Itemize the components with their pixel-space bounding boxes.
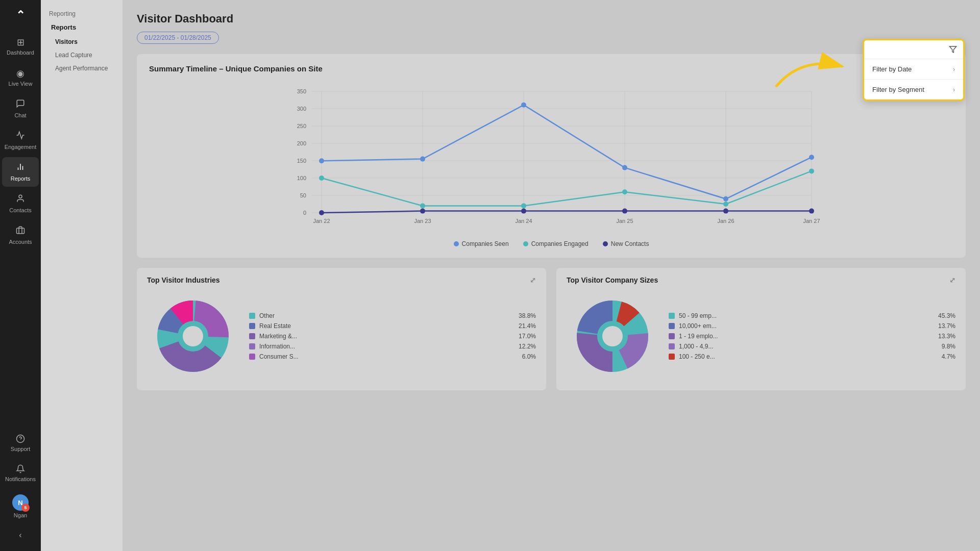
svg-text:Jan 23: Jan 23 <box>414 218 431 224</box>
filter-dropdown-wrapper: Filter by Date › Filter by Segment › <box>863 39 965 101</box>
data-point <box>420 203 425 208</box>
industries-legend: Other 38.8% Real Estate 21.4% Marketing … <box>249 312 536 360</box>
collapse-icon: ‹ <box>19 531 21 540</box>
companies-seen-line <box>322 105 812 199</box>
expand-icon[interactable]: ⤢ <box>949 276 955 284</box>
legend-companies-engaged: Companies Engaged <box>523 240 589 247</box>
page-title: Visitor Dashboard <box>137 12 966 26</box>
company-sizes-pie-chart <box>567 290 658 382</box>
color-box <box>669 333 675 339</box>
company-sizes-card: Top Visitor Company Sizes ⤢ 50 - 99 emp.… <box>556 268 966 390</box>
notifications-label: Notifications <box>5 476 36 482</box>
chevron-right-icon: › <box>953 66 955 73</box>
line-chart-svg: 350 300 250 200 150 100 50 0 Jan 22 Jan … <box>149 81 953 224</box>
sidebar-item-label: Live View <box>9 81 33 87</box>
svg-text:200: 200 <box>297 140 306 146</box>
svg-text:350: 350 <box>297 88 306 94</box>
data-point <box>521 103 526 108</box>
legend-item: Information... 12.2% <box>249 343 536 350</box>
chart-title: Summary Timeline – Unique Companies on S… <box>149 64 953 73</box>
expand-icon[interactable]: ⤢ <box>530 276 536 284</box>
legend-dot <box>523 241 528 246</box>
filter-dropdown: Filter by Date › Filter by Segment › <box>863 39 965 101</box>
sidebar-item-dashboard[interactable]: ⊞ Dashboard <box>2 32 39 61</box>
legend-item: 1,000 - 4,9... 9.8% <box>669 343 955 350</box>
svg-text:Jan 27: Jan 27 <box>803 218 820 224</box>
secondary-sub-item-lead-capture[interactable]: Lead Capture <box>41 48 122 62</box>
data-point <box>723 196 728 202</box>
filter-icon <box>949 45 957 56</box>
secondary-sub-item-agent-performance[interactable]: Agent Performance <box>41 62 122 75</box>
svg-text:250: 250 <box>297 123 306 129</box>
secondary-sub-item-visitors[interactable]: Visitors <box>41 35 122 48</box>
section-label: Reporting <box>41 6 122 19</box>
collapse-nav-button[interactable]: ‹ <box>2 525 39 545</box>
live-view-icon: ◉ <box>16 68 24 79</box>
card-title: Top Visitor Industries ⤢ <box>147 276 536 284</box>
sidebar-item-label: Accounts <box>9 239 32 245</box>
app-logo[interactable]: ⌃ <box>11 6 30 24</box>
sidebar-item-label: Engagement <box>5 144 36 150</box>
sidebar-item-chat[interactable]: Chat <box>2 94 39 123</box>
legend-item: 50 - 99 emp... 45.3% <box>669 312 955 319</box>
support-label: Support <box>11 446 31 452</box>
engagement-icon <box>16 131 25 142</box>
accounts-icon <box>16 226 25 237</box>
svg-text:Jan 22: Jan 22 <box>313 218 330 224</box>
sidebar-item-support[interactable]: Support <box>2 429 39 457</box>
bottom-cards-row: Top Visitor Industries ⤢ <box>137 268 966 390</box>
new-contacts-line <box>322 211 812 213</box>
user-profile[interactable]: N 5 Ngan <box>2 489 39 523</box>
legend-item: Consumer S... 6.0% <box>249 353 536 360</box>
data-point <box>319 158 324 163</box>
legend-item: Marketing &... 17.0% <box>249 333 536 340</box>
filter-date-option[interactable]: Filter by Date › <box>864 59 963 80</box>
support-icon <box>16 434 25 444</box>
pie-chart-content: Other 38.8% Real Estate 21.4% Marketing … <box>147 290 536 382</box>
filter-header <box>864 40 963 59</box>
svg-text:300: 300 <box>297 106 306 112</box>
sidebar-item-reports[interactable]: Reports <box>2 157 39 187</box>
data-point <box>420 209 425 214</box>
chart-legend: Companies Seen Companies Engaged New Con… <box>149 240 953 247</box>
svg-text:0: 0 <box>303 210 306 216</box>
legend-dot <box>603 241 608 246</box>
sidebar-item-label: Chat <box>14 112 26 118</box>
legend-dot <box>454 241 459 246</box>
secondary-navigation: Reporting Reports Visitors Lead Capture … <box>41 0 122 551</box>
sidebar-item-contacts[interactable]: Contacts <box>2 189 39 218</box>
sidebar-item-live-view[interactable]: ◉ Live View <box>2 63 39 92</box>
data-point <box>622 165 627 170</box>
sidebar-item-label: Contacts <box>9 207 31 213</box>
color-box <box>249 323 255 329</box>
color-box <box>249 333 255 339</box>
color-box <box>249 343 255 349</box>
chat-icon <box>16 99 25 111</box>
data-point <box>723 209 728 214</box>
data-point <box>622 209 627 214</box>
legend-item: Real Estate 21.4% <box>249 322 536 330</box>
date-range-badge[interactable]: 01/22/2025 - 01/28/2025 <box>137 32 219 44</box>
svg-rect-4 <box>17 228 24 234</box>
legend-item: 1 - 19 emplo... 13.3% <box>669 333 955 340</box>
svg-point-3 <box>19 195 22 198</box>
pie-chart-content: 50 - 99 emp... 45.3% 10,000+ em... 13.7%… <box>567 290 955 382</box>
user-name: Ngan <box>14 512 27 518</box>
notification-icon <box>16 464 25 474</box>
sidebar-item-accounts[interactable]: Accounts <box>2 220 39 250</box>
sidebar-item-engagement[interactable]: Engagement <box>2 126 39 155</box>
summary-timeline-card: Summary Timeline – Unique Companies on S… <box>137 54 966 258</box>
secondary-item-reports[interactable]: Reports <box>43 19 120 35</box>
legend-item: 10,000+ em... 13.7% <box>669 322 955 330</box>
svg-text:50: 50 <box>300 192 306 198</box>
data-point <box>521 209 526 214</box>
legend-new-contacts: New Contacts <box>603 240 649 247</box>
svg-marker-48 <box>949 46 956 53</box>
notification-badge: 5 <box>21 504 30 512</box>
filter-segment-option[interactable]: Filter by Segment › <box>864 80 963 99</box>
data-point <box>809 155 814 160</box>
svg-text:150: 150 <box>297 158 306 164</box>
sidebar-item-notifications[interactable]: Notifications <box>2 459 39 487</box>
color-box <box>669 354 675 360</box>
avatar: N 5 <box>12 494 29 511</box>
